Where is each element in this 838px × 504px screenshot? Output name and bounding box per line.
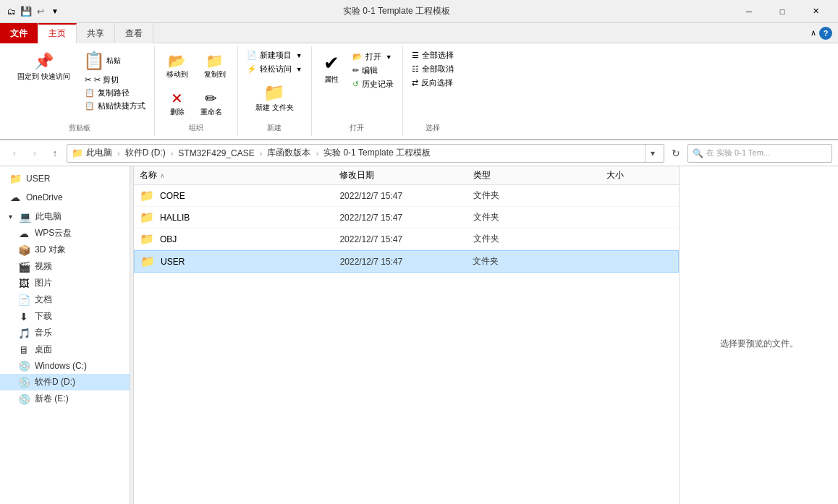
window-title: 实验 0-1 Template 工程模板 xyxy=(61,5,732,17)
col-name-header[interactable]: 名称 ∧ xyxy=(140,169,339,181)
sidebar-item-desktop[interactable]: 🖥 桌面 xyxy=(0,341,130,358)
back-button[interactable]: ‹ xyxy=(6,145,23,162)
tab-file[interactable]: 文件 xyxy=(0,23,38,43)
col-size-header[interactable]: 大小 xyxy=(606,169,673,181)
address-dropdown-btn[interactable]: ▾ xyxy=(645,145,659,162)
col-type-header[interactable]: 类型 xyxy=(473,169,606,181)
copy-path-button[interactable]: 📋 复制路径 xyxy=(82,87,148,99)
sidebar-item-user[interactable]: 📁 USER xyxy=(0,171,130,187)
file-row-user[interactable]: 📁 USER 2022/12/7 15:47 文件夹 xyxy=(134,250,679,273)
file-list-header: 名称 ∧ 修改日期 类型 大小 xyxy=(134,166,679,185)
minimize-button[interactable]: ─ xyxy=(732,0,766,23)
history-button[interactable]: ↺ 历史记录 xyxy=(350,78,397,90)
video-icon: 🎬 xyxy=(17,261,30,273)
paste-label: 粘贴 xyxy=(106,56,121,66)
refresh-button[interactable]: ↻ xyxy=(667,145,685,162)
paste-button[interactable]: 📋 粘贴 xyxy=(80,49,148,72)
music-icon: 🎵 xyxy=(17,328,30,339)
search-icon: 🔍 xyxy=(693,148,703,158)
easy-access-button[interactable]: ⚡ 轻松访问 ▼ xyxy=(244,63,305,75)
tab-view[interactable]: 查看 xyxy=(115,23,153,43)
edit-icon: ✏ xyxy=(352,66,359,75)
edit-button[interactable]: ✏ 编辑 xyxy=(350,64,397,77)
file-row-hallib[interactable]: 📁 HALLIB 2022/12/7 15:47 文件夹 xyxy=(134,207,679,228)
main-area: 📁 USER ☁ OneDrive ▾ 💻 此电脑 ☁ WPS云盘 📦 3D 对… xyxy=(0,166,838,504)
pin-button[interactable]: 📌 固定到 快速访问 xyxy=(12,49,76,84)
new-label: 新建 xyxy=(267,123,282,133)
search-bar[interactable]: 🔍 在 实验 0-1 Tem... xyxy=(687,144,832,163)
organize-group: 📂 移动到 📁 复制到 ✕ 删除 xyxy=(155,46,238,136)
paste-icon: 📋 xyxy=(83,51,105,71)
delete-icon: ✕ xyxy=(171,90,183,107)
file-row-core[interactable]: 📁 CORE 2022/12/7 15:47 文件夹 xyxy=(134,185,679,207)
new-content: 📄 新建项目 ▼ ⚡ 轻松访问 ▼ 📁 新建 文件夹 xyxy=(244,49,305,120)
up-button[interactable]: ↑ xyxy=(46,145,64,162)
sidebar-item-softd[interactable]: 💿 软件D (D:) xyxy=(0,374,130,390)
breadcrumb-current[interactable]: 实验 0-1 Template 工程模板 xyxy=(323,147,431,159)
paste-shortcut-icon: 📋 xyxy=(85,101,95,111)
new-item-button[interactable]: 📄 新建项目 ▼ xyxy=(244,49,305,61)
sidebar-item-video[interactable]: 🎬 视频 xyxy=(0,258,130,275)
dropdown-icon[interactable]: ▼ xyxy=(49,6,61,17)
cut-button[interactable]: ✂ ✂ 剪切 xyxy=(82,74,148,86)
sidebar-item-newe[interactable]: 💿 新卷 (E:) xyxy=(0,390,130,407)
open-button[interactable]: 📂 打开 ▼ xyxy=(350,51,397,63)
softd-icon: 💿 xyxy=(17,377,30,388)
new-item-icon: 📄 xyxy=(247,51,257,60)
breadcrumb-lib[interactable]: 库函数版本 xyxy=(267,147,310,159)
delete-button[interactable]: ✕ 删除 xyxy=(164,87,190,120)
sidebar: 📁 USER ☁ OneDrive ▾ 💻 此电脑 ☁ WPS云盘 📦 3D 对… xyxy=(0,166,130,504)
title-bar: 🗂 💾 ↩ ▼ 实验 0-1 Template 工程模板 ─ □ ✕ xyxy=(0,0,838,23)
sidebar-item-wps[interactable]: ☁ WPS云盘 xyxy=(0,225,130,242)
organize-label: 组织 xyxy=(189,123,203,133)
paste-shortcut-button[interactable]: 📋 粘贴快捷方式 xyxy=(82,100,148,112)
pictures-icon: 🖼 xyxy=(17,278,30,289)
select-none-button[interactable]: ☷ 全部取消 xyxy=(409,63,457,75)
undo-icon: ↩ xyxy=(35,6,46,17)
sidebar-item-thispc[interactable]: ▾ 💻 此电脑 xyxy=(0,208,130,225)
search-input[interactable]: 在 实验 0-1 Tem... xyxy=(706,148,770,158)
maximize-button[interactable]: □ xyxy=(766,0,799,23)
tab-share[interactable]: 共享 xyxy=(77,23,115,43)
clipboard-group-content: 📌 固定到 快速访问 📋 粘贴 ✂ ✂ 剪切 xyxy=(12,49,148,120)
copy-to-button[interactable]: 📁 复制到 xyxy=(198,49,232,82)
help-icon[interactable]: ? xyxy=(819,27,832,40)
easy-access-icon: ⚡ xyxy=(247,64,257,74)
rename-button[interactable]: ✏ 重命名 xyxy=(195,87,228,120)
move-to-button[interactable]: 📂 移动到 xyxy=(161,49,194,82)
computer-icon: 💻 xyxy=(18,211,31,223)
invert-selection-button[interactable]: ⇄ 反向选择 xyxy=(409,77,457,89)
open-group: ✔ 属性 📂 打开 ▼ ✏ 编辑 xyxy=(312,46,403,136)
tab-home[interactable]: 主页 xyxy=(38,23,77,43)
sidebar-item-docs[interactable]: 📄 文档 xyxy=(0,291,130,308)
preview-text: 选择要预览的文件。 xyxy=(720,338,798,350)
ribbon-collapse-btn[interactable]: ∧ xyxy=(811,28,816,38)
sidebar-item-pictures[interactable]: 🖼 图片 xyxy=(0,275,130,291)
select-content: ☰ 全部选择 ☷ 全部取消 ⇄ 反向选择 xyxy=(409,49,457,120)
file-row-obj[interactable]: 📁 OBJ 2022/12/7 15:47 文件夹 xyxy=(134,228,679,250)
sidebar-item-downloads[interactable]: ⬇ 下载 xyxy=(0,308,130,325)
sidebar-item-3d[interactable]: 📦 3D 对象 xyxy=(0,242,130,258)
sidebar-item-winc[interactable]: 💿 Windows (C:) xyxy=(0,358,130,374)
breadcrumb-computer[interactable]: 此电脑 xyxy=(86,147,112,159)
address-bar[interactable]: 📁 此电脑 › 软件D (D:) › STM32F429_CASE › 库函数版… xyxy=(67,144,664,163)
file-name-obj: 📁 OBJ xyxy=(140,232,339,246)
cut-icon: ✂ xyxy=(85,75,91,85)
file-name-core: 📁 CORE xyxy=(140,189,339,202)
history-icon: ↺ xyxy=(352,80,359,89)
file-type-obj: 文件夹 xyxy=(473,233,606,245)
forward-button[interactable]: › xyxy=(26,145,43,162)
sidebar-item-onedrive[interactable]: ☁ OneDrive xyxy=(0,189,130,205)
invert-icon: ⇄ xyxy=(412,78,418,87)
col-date-header[interactable]: 修改日期 xyxy=(339,169,473,181)
new-folder-button[interactable]: 📁 新建 文件夹 xyxy=(244,80,305,116)
close-button[interactable]: ✕ xyxy=(799,0,832,23)
sidebar-item-music[interactable]: 🎵 音乐 xyxy=(0,325,130,341)
file-name-user: 📁 USER xyxy=(140,255,340,268)
select-all-button[interactable]: ☰ 全部选择 xyxy=(409,49,457,61)
properties-button[interactable]: ✔ 属性 xyxy=(318,49,345,87)
clipboard-group: 📌 固定到 快速访问 📋 粘贴 ✂ ✂ 剪切 xyxy=(6,46,155,136)
file-list: 📁 CORE 2022/12/7 15:47 文件夹 📁 HALLIB 2022… xyxy=(134,185,679,504)
breadcrumb-drive[interactable]: 软件D (D:) xyxy=(125,147,166,159)
breadcrumb-stm32[interactable]: STM32F429_CASE xyxy=(178,148,254,158)
